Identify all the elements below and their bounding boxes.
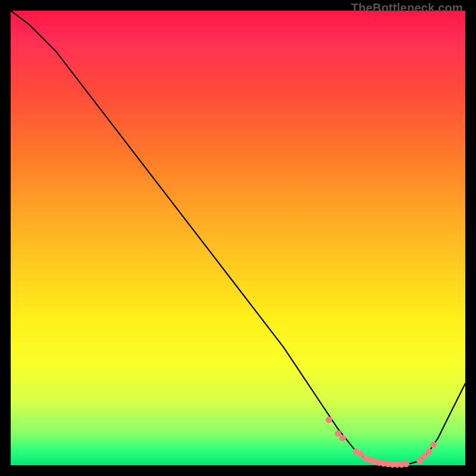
marker-point xyxy=(335,431,341,437)
marker-point xyxy=(326,417,332,423)
marker-point xyxy=(340,435,346,441)
marker-point xyxy=(426,449,432,455)
highlight-markers xyxy=(326,417,437,468)
marker-point xyxy=(431,442,437,448)
marker-point xyxy=(421,453,427,459)
chart-svg xyxy=(11,11,465,465)
marker-point xyxy=(358,451,364,457)
bottleneck-curve xyxy=(11,11,465,465)
marker-point xyxy=(417,458,423,464)
marker-point xyxy=(403,461,409,467)
